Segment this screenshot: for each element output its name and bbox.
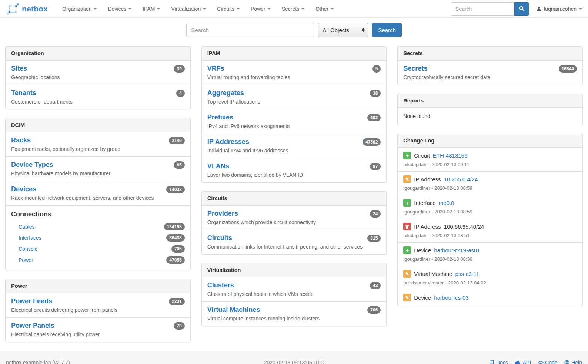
- power-feeds-link[interactable]: Power Feeds: [11, 297, 52, 305]
- count-badge: 602: [367, 114, 381, 121]
- tenants-link[interactable]: Tenants: [11, 89, 36, 97]
- device-types-link[interactable]: Device Types: [11, 161, 53, 169]
- trash-icon: [403, 223, 411, 230]
- devices-link[interactable]: Devices: [11, 185, 36, 193]
- connection-row: Cables134198: [11, 221, 185, 232]
- column-right: Secrets Secrets16844 Cryptographically s…: [397, 46, 583, 314]
- console-link[interactable]: Console: [19, 246, 37, 252]
- main-nav: Organization Devices IPAM Virtualization…: [57, 0, 339, 17]
- list-item: Clusters43 Clusters of physical hosts in…: [202, 277, 387, 301]
- object-type: Circuit: [414, 152, 430, 159]
- object-link[interactable]: pss-c3-11: [455, 271, 479, 277]
- panel-ipam: IPAM VRFs5 Virtual routing and forwardin…: [201, 46, 387, 183]
- cloud-icon: [515, 360, 521, 364]
- api-link[interactable]: API: [515, 360, 531, 364]
- changelog-entry: ✎ IP Address 10.255.0.4/24 igor.gardiner…: [398, 171, 582, 195]
- clusters-link[interactable]: Clusters: [207, 282, 234, 289]
- count-badge: 24: [370, 210, 381, 218]
- object-type: IP Address: [414, 176, 441, 182]
- netbox-brand[interactable]: netbox: [6, 2, 48, 16]
- object-type: Device: [414, 294, 431, 301]
- circuits-link[interactable]: Circuits: [207, 234, 232, 242]
- navbar-search-button[interactable]: [514, 2, 529, 16]
- interfaces-link[interactable]: Interfaces: [19, 235, 41, 241]
- secrets-link[interactable]: Secrets: [403, 65, 427, 73]
- list-item: Power Panels78 Electrical panels receivi…: [6, 317, 190, 342]
- code-link[interactable]: </> Code: [538, 360, 558, 364]
- navbar-search-input[interactable]: [451, 2, 514, 16]
- help-link[interactable]: Help: [564, 360, 582, 364]
- racks-link[interactable]: Racks: [11, 136, 31, 144]
- connections-heading: Connections: [11, 210, 185, 218]
- add-icon: +: [403, 199, 411, 207]
- list-item: Tenants4 Customers or departments: [6, 85, 190, 109]
- sites-link[interactable]: Sites: [11, 65, 27, 73]
- add-icon: +: [403, 246, 411, 254]
- book-icon: [489, 360, 494, 364]
- global-search-button[interactable]: Search: [372, 23, 402, 37]
- count-badge: 16844: [559, 65, 577, 73]
- count-badge: 97: [370, 163, 381, 170]
- panel-changelog: Change Log + Circuit ETH-4813156 nikolaj…: [397, 134, 583, 306]
- changelog-entry: ✎ Device harbour-cs-03: [398, 290, 582, 306]
- list-item: IP Addresses47582 Individual IPv4 and IP…: [202, 134, 387, 158]
- object-link[interactable]: harbour-r219-as01: [434, 247, 480, 253]
- nav-item-virtualization[interactable]: Virtualization: [166, 0, 211, 17]
- nav-item-secrets[interactable]: Secrets: [276, 0, 310, 17]
- changelog-entry: ✎ Virtual Machine pss-c3-11 provisioner.…: [398, 266, 582, 290]
- nav-item-other[interactable]: Other: [310, 0, 339, 17]
- global-search-input[interactable]: [186, 23, 314, 37]
- user-menu[interactable]: luqman.cohen: [537, 6, 582, 12]
- vlans-link[interactable]: VLANs: [207, 162, 229, 170]
- count-badge: 43: [370, 282, 381, 289]
- count-badge: 47582: [363, 138, 381, 146]
- pencil-icon: ✎: [403, 175, 411, 183]
- changelog-meta: nikolaj.dahl - 2020-02-13 09:11: [403, 162, 577, 167]
- power-panels-link[interactable]: Power Panels: [11, 322, 54, 330]
- list-item: Sites39 Geographic locations: [6, 60, 190, 85]
- object-link[interactable]: me0.0: [439, 200, 454, 206]
- panel-circuits: Circuits Providers24 Organizations which…: [201, 191, 387, 255]
- list-item: Racks2149 Equipment racks, optionally or…: [6, 132, 190, 156]
- object-link[interactable]: ETH-4813156: [433, 152, 467, 159]
- pencil-icon: ✎: [403, 294, 411, 301]
- panel-title: Secrets: [398, 47, 582, 60]
- panel-title: IPAM: [202, 47, 387, 60]
- panel-secrets: Secrets Secrets16844 Cryptographically s…: [397, 46, 583, 85]
- chevron-down-icon: [331, 8, 334, 10]
- nav-item-organization[interactable]: Organization: [57, 0, 102, 17]
- nav-item-ipam[interactable]: IPAM: [137, 0, 166, 17]
- footer-hostname-version: netbox.example.lan (v2.7.7): [6, 360, 70, 364]
- list-item: Secrets16844 Cryptographically secured s…: [398, 60, 582, 85]
- panel-title: Circuits: [202, 192, 387, 205]
- search-scope-select[interactable]: All Objects: [318, 23, 368, 37]
- aggregates-link[interactable]: Aggregates: [207, 89, 244, 97]
- power-link[interactable]: Power: [19, 257, 33, 263]
- brand-name: netbox: [22, 4, 48, 13]
- chevron-down-icon: [237, 8, 240, 10]
- object-link[interactable]: 10.255.0.4/24: [444, 176, 478, 182]
- nav-item-power[interactable]: Power: [245, 0, 276, 17]
- changelog-meta: igor.gardiner - 2020-02-13 08:59: [403, 209, 577, 215]
- cables-link[interactable]: Cables: [19, 224, 35, 230]
- count-badge: 65: [174, 161, 184, 169]
- prefixes-link[interactable]: Prefixes: [207, 114, 233, 121]
- list-item: Providers24 Organizations which provide …: [202, 205, 387, 230]
- nav-item-circuits[interactable]: Circuits: [211, 0, 245, 17]
- ip-addresses-link[interactable]: IP Addresses: [207, 138, 249, 146]
- vrfs-link[interactable]: VRFs: [207, 65, 224, 73]
- docs-link[interactable]: Docs: [489, 360, 508, 364]
- object-link[interactable]: harbour-cs-03: [434, 294, 468, 301]
- panel-title: Change Log: [398, 134, 582, 148]
- count-badge: 39: [174, 65, 184, 73]
- list-item: Virtual Machines706 Virtual compute inst…: [202, 301, 387, 326]
- count-badge: 86438: [166, 234, 184, 242]
- list-item: VRFs5 Virtual routing and forwarding tab…: [202, 60, 387, 85]
- object-type: Virtual Machine: [414, 271, 452, 277]
- virtual-machines-link[interactable]: Virtual Machines: [207, 306, 260, 314]
- global-search-bar: All Objects Search: [0, 18, 588, 44]
- footer: netbox.example.lan (v2.7.7) 2020-02-13 0…: [0, 351, 588, 364]
- providers-link[interactable]: Providers: [207, 210, 238, 218]
- nav-item-devices[interactable]: Devices: [102, 0, 137, 17]
- select-stepper-icon: [362, 28, 365, 32]
